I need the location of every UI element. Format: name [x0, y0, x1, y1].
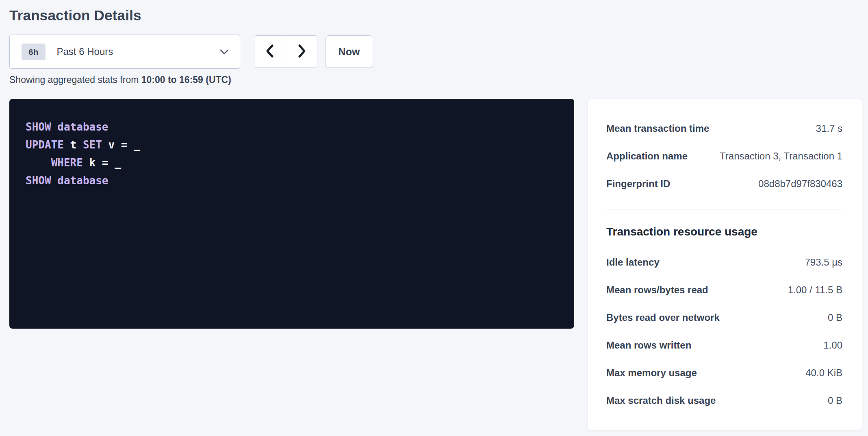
summary-row-label: Mean rows written — [606, 340, 691, 351]
summary-row: Max scratch disk usage0 B — [606, 387, 842, 414]
code-line: SHOW database — [26, 118, 558, 136]
summary-row-value: 0 B — [828, 395, 842, 406]
summary-row-value: 793.5 µs — [805, 257, 842, 268]
sql-text — [51, 121, 58, 133]
summary-row-value: 40.0 KiB — [805, 367, 842, 379]
aggregation-note-prefix: Showing aggregated stats from — [9, 74, 141, 85]
summary-rows-top: Mean transaction time31.7 sApplication n… — [606, 115, 842, 198]
summary-row-label: Idle latency — [606, 257, 660, 268]
time-range-badge: 6h — [22, 44, 46, 60]
code-line: UPDATE t SET v = _ — [26, 136, 558, 154]
sql-keyword: WHERE — [51, 157, 83, 169]
transaction-details-page: Transaction Details 6h Past 6 Hours Now … — [0, 0, 868, 430]
summary-row: Mean transaction time31.7 s — [606, 115, 842, 142]
sql-text: t — [64, 139, 83, 151]
summary-row: Mean rows written1.00 — [606, 331, 842, 359]
summary-row-value: 31.7 s — [816, 123, 842, 134]
prev-time-button[interactable] — [254, 36, 286, 68]
summary-row: Fingerprint ID08d8b7d97f830463 — [606, 170, 842, 198]
sql-text: v = _ — [102, 139, 140, 151]
aggregation-range: 10:00 to 16:59 (UTC) — [141, 74, 231, 85]
time-step-buttons — [254, 35, 317, 68]
time-range-label: Past 6 Hours — [57, 46, 219, 57]
now-button[interactable]: Now — [325, 35, 373, 68]
main-content: SHOW databaseUPDATE t SET v = _ WHERE k … — [9, 99, 862, 430]
page-title: Transaction Details — [9, 7, 862, 24]
summary-row-value: 0 B — [828, 312, 842, 323]
summary-row: Idle latency793.5 µs — [606, 249, 842, 276]
summary-row: Application nameTransaction 3, Transacti… — [606, 142, 842, 170]
resource-usage-heading: Transaction resource usage — [606, 222, 842, 241]
code-line: SHOW database — [26, 172, 558, 190]
summary-row-label: Bytes read over network — [606, 312, 720, 323]
aggregation-note: Showing aggregated stats from 10:00 to 1… — [9, 74, 862, 85]
sql-text — [51, 174, 58, 187]
chevron-right-icon — [296, 44, 307, 60]
summary-row: Bytes read over network0 B — [606, 304, 842, 331]
sql-keyword: database — [57, 121, 108, 133]
summary-row-label: Max scratch disk usage — [606, 395, 716, 406]
summary-row-label: Mean rows/bytes read — [606, 284, 708, 296]
summary-row-value: 1.00 — [823, 340, 842, 351]
sql-keyword: UPDATE — [26, 139, 64, 151]
summary-row-value: Transaction 3, Transaction 1 — [720, 150, 842, 162]
sql-code-block: SHOW databaseUPDATE t SET v = _ WHERE k … — [9, 99, 574, 329]
summary-row-label: Max memory usage — [606, 367, 697, 379]
sql-keyword: database — [57, 174, 108, 187]
chevron-left-icon — [265, 44, 276, 60]
summary-rows-usage: Idle latency793.5 µsMean rows/bytes read… — [606, 249, 842, 414]
sql-keyword: SHOW — [26, 174, 51, 187]
chevron-down-icon — [219, 49, 229, 55]
sql-text — [26, 157, 51, 169]
sql-keyword: SHOW — [26, 121, 51, 133]
summary-row-label: Mean transaction time — [606, 123, 709, 134]
summary-row-value: 1.00 / 11.5 B — [788, 284, 842, 296]
summary-row: Max memory usage40.0 KiB — [606, 359, 842, 387]
summary-row: Mean rows/bytes read1.00 / 11.5 B — [606, 276, 842, 304]
summary-row-value: 08d8b7d97f830463 — [758, 178, 842, 190]
sql-text: k = _ — [83, 157, 121, 169]
next-time-button[interactable] — [286, 36, 317, 68]
summary-row-label: Application name — [606, 150, 688, 162]
time-controls: 6h Past 6 Hours Now — [9, 35, 862, 69]
code-line: WHERE k = _ — [26, 154, 558, 172]
sql-keyword: SET — [83, 139, 102, 151]
summary-row-label: Fingerprint ID — [606, 178, 670, 190]
time-range-select[interactable]: 6h Past 6 Hours — [9, 35, 240, 69]
summary-card: Mean transaction time31.7 sApplication n… — [588, 99, 862, 430]
card-divider — [606, 209, 842, 209]
